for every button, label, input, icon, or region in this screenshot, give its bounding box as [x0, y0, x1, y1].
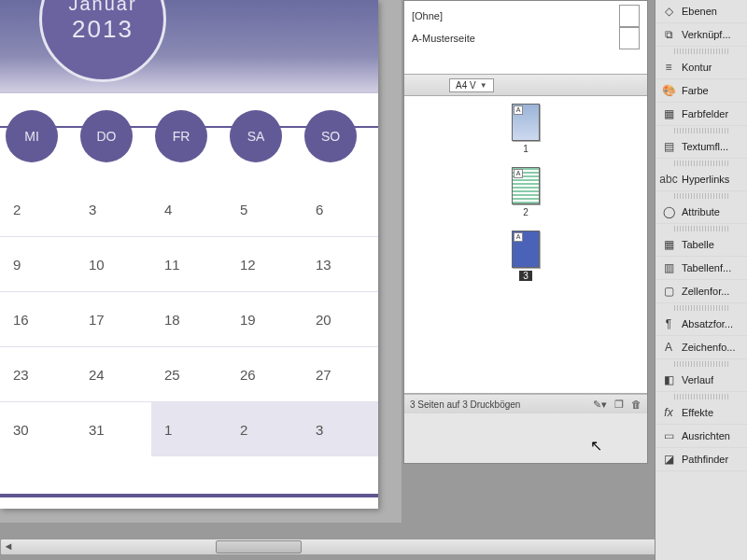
pages-status-bar: 3 Seiten auf 3 Druckbögen ✎▾ ❐ 🗑: [404, 394, 647, 413]
weekday-mi: MI: [6, 110, 58, 162]
panel-attribute[interactable]: ◯Attribute: [655, 201, 747, 224]
pages-panel: [Ohne] A-Musterseite A4 V ▼ A 1 A 2 A 3 …: [403, 0, 648, 464]
right-panel-dock: ◇Ebenen ⧉Verknüpf... ≡Kontur 🎨Farbe ▦Far…: [655, 0, 747, 560]
master-none-label: [Ohne]: [412, 10, 443, 21]
pathfinder-icon: ◪: [661, 452, 676, 467]
panel-zeichenformate[interactable]: AZeichenfo...: [655, 336, 747, 359]
gradient-icon: ◧: [661, 372, 676, 387]
pages-toolbar: A4 V ▼: [404, 75, 647, 96]
page-item[interactable]: A 3: [404, 231, 647, 281]
page-size-selector[interactable]: A4 V ▼: [449, 78, 494, 92]
weekday-fr: FR: [155, 110, 207, 162]
panel-pathfinder[interactable]: ◪Pathfinder: [655, 448, 747, 471]
page-thumb-icon: A: [512, 231, 540, 268]
panel-ausrichten[interactable]: ▭Ausrichten: [655, 425, 747, 448]
panel-zellenformate[interactable]: ▢Zellenfor...: [655, 280, 747, 303]
page-number: 3: [519, 271, 532, 281]
chevron-down-icon: ▼: [480, 81, 487, 90]
calendar-document: Januar 2013 MI DO FR SA SO 23456 9101112…: [0, 0, 378, 509]
panel-kontur[interactable]: ≡Kontur: [655, 56, 747, 79]
panel-effekte[interactable]: fxEffekte: [655, 401, 747, 425]
year-label: 2013: [42, 15, 163, 44]
page-item[interactable]: A 1: [404, 104, 647, 154]
scroll-thumb[interactable]: [216, 540, 302, 553]
parastyles-icon: ¶: [661, 316, 676, 331]
panel-tabellenformate[interactable]: ▥Tabellenf...: [655, 257, 747, 280]
swatches-icon: ▦: [661, 106, 676, 121]
links-icon: ⧉: [661, 27, 676, 42]
scroll-left-icon[interactable]: ◄: [1, 539, 16, 553]
new-page-icon[interactable]: ❐: [614, 399, 624, 411]
attributes-icon: ◯: [661, 204, 676, 219]
table-icon: ▦: [661, 237, 676, 252]
align-icon: ▭: [661, 428, 676, 443]
document-canvas[interactable]: Januar 2013 MI DO FR SA SO 23456 9101112…: [0, 0, 402, 523]
page-number: 1: [523, 144, 529, 154]
pages-list[interactable]: A 1 A 2 A 3: [404, 96, 647, 394]
panel-hyperlinks[interactable]: abcHyperlinks: [655, 168, 747, 191]
color-icon: 🎨: [661, 83, 676, 98]
hyperlinks-icon: abc: [661, 172, 676, 187]
panel-tabelle[interactable]: ▦Tabelle: [655, 233, 747, 257]
panel-ebenen[interactable]: ◇Ebenen: [655, 0, 747, 23]
textwrap-icon: ▤: [661, 139, 676, 154]
panel-verknupfungen[interactable]: ⧉Verknüpf...: [655, 23, 747, 47]
panel-farbe[interactable]: 🎨Farbe: [655, 79, 747, 103]
stroke-icon: ≡: [661, 60, 676, 75]
cellstyles-icon: ▢: [661, 284, 676, 299]
panel-textumfluss[interactable]: ▤Textumfl...: [655, 135, 747, 159]
master-thumb-icon: [619, 5, 640, 27]
calendar-grid: 23456 910111213 1617181920 2324252627 30…: [0, 182, 378, 456]
weekday-row: MI DO FR SA SO: [0, 101, 378, 166]
page-item[interactable]: A 2: [404, 167, 647, 217]
delete-page-icon[interactable]: 🗑: [631, 399, 641, 411]
month-label: Januar: [42, 0, 163, 15]
pages-status-text: 3 Seiten auf 3 Druckbögen: [410, 399, 520, 410]
tablestyles-icon: ▥: [661, 260, 676, 275]
page-number: 2: [523, 207, 529, 217]
master-thumb-icon: [619, 27, 640, 49]
master-none-row[interactable]: [Ohne]: [412, 5, 640, 27]
page-thumb-icon: A: [512, 104, 540, 141]
master-pages-list[interactable]: [Ohne] A-Musterseite: [404, 1, 647, 75]
weekday-do: DO: [80, 110, 133, 162]
page-size-label: A4 V: [456, 80, 476, 91]
page-thumb-icon: A: [512, 167, 540, 204]
master-a-label: A-Musterseite: [412, 33, 475, 44]
panel-verlauf[interactable]: ◧Verlauf: [655, 369, 747, 392]
layers-icon: ◇: [661, 4, 676, 19]
weekday-sa: SA: [230, 110, 282, 162]
charstyles-icon: A: [661, 340, 676, 355]
master-a-row[interactable]: A-Musterseite: [412, 27, 640, 49]
edit-page-icon[interactable]: ✎▾: [593, 399, 607, 411]
panel-absatzformate[interactable]: ¶Absatzfor...: [655, 313, 747, 336]
panel-farbfelder[interactable]: ▦Farbfelder: [655, 103, 747, 126]
weekday-so: SO: [304, 110, 357, 162]
effects-icon: fx: [661, 405, 676, 420]
horizontal-scrollbar[interactable]: ◄ ►: [0, 539, 674, 555]
